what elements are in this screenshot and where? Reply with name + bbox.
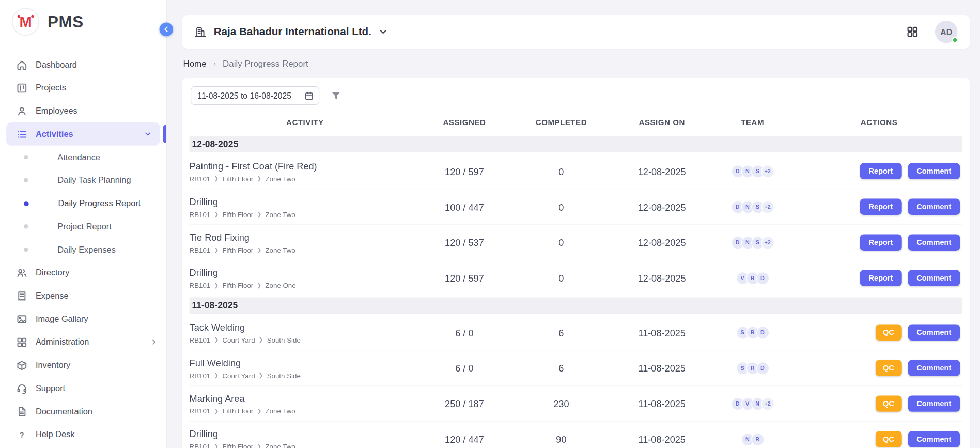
completed-value: 230 <box>508 398 615 409</box>
assigned-value: 120 / 447 <box>421 434 508 445</box>
path-segment: Zone Two <box>265 210 295 218</box>
report-button[interactable]: Report <box>860 163 902 179</box>
comment-button[interactable]: Comment <box>908 325 960 341</box>
comment-button[interactable]: Comment <box>908 234 960 250</box>
sidebar-item-documentation[interactable]: Documentation <box>0 400 166 423</box>
activity-name[interactable]: Tie Rod Fixing <box>190 231 421 242</box>
sidebar-item-label: Inventory <box>36 361 70 370</box>
sidebar-item-support[interactable]: Support <box>0 377 166 400</box>
qc-button[interactable]: QC <box>876 360 902 376</box>
sidebar-item-activities[interactable]: Activities <box>6 122 160 146</box>
sidebar-collapse-button[interactable] <box>159 23 173 37</box>
team-avatars: SRD <box>709 362 796 375</box>
sidebar-item-expense[interactable]: Expense <box>0 284 166 307</box>
report-button[interactable]: Report <box>860 234 902 250</box>
sidebar-item-label: Daily Task Planning <box>57 176 131 185</box>
sidebar-item-dashboard[interactable]: Dashboard <box>0 53 166 76</box>
date-range-input[interactable]: 11-08-2025 to 16-08-2025 <box>191 86 319 105</box>
sidebar-item-image-gallary[interactable]: Image Gallary <box>0 307 166 331</box>
activity-name[interactable]: Marking Area <box>190 393 421 404</box>
chevron-down-icon <box>144 131 151 137</box>
comment-button[interactable]: Comment <box>908 360 960 376</box>
user-avatar[interactable]: AD <box>935 21 958 43</box>
breadcrumb: Home › Daily Progress Report <box>183 59 970 69</box>
company-name: Raja Bahadur International Ltd. <box>214 26 371 38</box>
comment-button[interactable]: Comment <box>908 199 960 215</box>
path-segment: Zone Two <box>265 175 295 182</box>
sidebar-item-inventory[interactable]: Inventory <box>0 353 166 377</box>
team-avatars: NR <box>709 432 796 445</box>
path-segment: Zone Two <box>265 246 295 254</box>
report-button[interactable]: Report <box>860 199 902 215</box>
topbar-right: AD <box>906 21 957 43</box>
team-avatars: SRD <box>709 326 796 339</box>
team-extra-count[interactable]: +2 <box>761 236 774 249</box>
path-separator-icon: ❯ <box>214 175 219 181</box>
table-row: Drilling RB101❯Fifth Floor❯Zone One 120 … <box>190 260 963 296</box>
team-member-avatar[interactable]: R <box>751 432 764 445</box>
users-icon <box>16 267 27 279</box>
comment-button[interactable]: Comment <box>908 395 960 411</box>
sidebar-item-label: Administration <box>36 337 89 347</box>
sidebar-item-daily-progress-report[interactable]: Daily Progress Report <box>0 192 166 215</box>
activity-name[interactable]: Full Welding <box>190 357 421 368</box>
team-member-avatar[interactable]: D <box>756 271 769 284</box>
sidebar-menu: Dashboard Projects Employees Activities … <box>0 44 166 446</box>
table-row: Painting - First Coat (Fire Red) RB101❯F… <box>190 153 963 189</box>
sidebar-item-administration[interactable]: Administration <box>0 331 166 354</box>
activity-path: RB101❯Fifth Floor❯Zone Two <box>190 246 421 254</box>
team-member-avatar[interactable]: D <box>756 326 769 339</box>
sidebar-item-daily-task-planning[interactable]: Daily Task Planning <box>0 168 166 192</box>
team-member-avatar[interactable]: D <box>756 362 769 375</box>
qc-button[interactable]: QC <box>876 325 902 341</box>
bullet-icon <box>24 224 28 228</box>
team-extra-count[interactable]: +2 <box>761 165 774 178</box>
sidebar-item-employees[interactable]: Employees <box>0 99 166 122</box>
assigned-value: 120 / 597 <box>421 273 508 284</box>
document-icon <box>16 406 27 417</box>
row-actions: QCComment <box>796 325 962 341</box>
activity-name[interactable]: Drilling <box>190 196 421 207</box>
activity-name[interactable]: Drilling <box>190 267 421 278</box>
comment-button[interactable]: Comment <box>908 431 960 447</box>
sidebar-item-attendance[interactable]: Attendance <box>0 146 166 169</box>
sidebar-item-projects[interactable]: Projects <box>0 76 166 100</box>
column-header-assign-on: ASSIGN ON <box>614 118 709 127</box>
sidebar-item-project-report[interactable]: Project Report <box>0 215 166 238</box>
activity-name[interactable]: Painting - First Coat (Fire Red) <box>190 160 421 171</box>
path-segment: RB101 <box>190 246 211 254</box>
chevron-right-icon: › <box>213 59 216 68</box>
sidebar-item-label: Dashboard <box>36 60 77 69</box>
path-segment: RB101 <box>190 407 211 415</box>
receipt-icon <box>16 290 27 302</box>
date-group-header: 12-08-2025 <box>190 136 963 152</box>
column-header-completed: COMPLETED <box>508 118 615 127</box>
path-segment: Court Yard <box>222 336 255 344</box>
company-selector[interactable]: Raja Bahadur International Ltd. <box>194 26 387 38</box>
qc-button[interactable]: QC <box>876 395 902 411</box>
breadcrumb-current: Daily Progress Report <box>223 59 308 69</box>
comment-button[interactable]: Comment <box>908 270 960 286</box>
activity-path: RB101❯Court Yard❯South Side <box>190 372 421 379</box>
activity-name[interactable]: Drilling <box>190 428 421 439</box>
sidebar-item-daily-expenses[interactable]: Daily Expenses <box>0 238 166 261</box>
column-header-activity: ACTIVITY <box>190 118 421 127</box>
apps-grid-button[interactable] <box>906 26 919 38</box>
row-actions: ReportComment <box>796 163 962 179</box>
path-separator-icon: ❯ <box>259 336 263 343</box>
team-extra-count[interactable]: +2 <box>761 397 774 410</box>
bullet-icon <box>24 201 29 206</box>
svg-text:M: M <box>20 13 32 30</box>
sidebar-item-help-desk[interactable]: Help Desk <box>0 423 166 446</box>
sidebar-item-label: Documentation <box>36 407 92 416</box>
activity-name[interactable]: Tack Welding <box>190 321 421 332</box>
filter-button[interactable] <box>331 90 341 101</box>
breadcrumb-home-link[interactable]: Home <box>183 59 206 69</box>
team-extra-count[interactable]: +2 <box>761 200 774 213</box>
sidebar-item-directory[interactable]: Directory <box>0 261 166 284</box>
sidebar-item-label: Activities <box>36 129 73 138</box>
comment-button[interactable]: Comment <box>908 163 960 179</box>
report-button[interactable]: Report <box>860 270 902 286</box>
qc-button[interactable]: QC <box>876 431 902 447</box>
activity-path: RB101❯Court Yard❯South Side <box>190 336 421 344</box>
